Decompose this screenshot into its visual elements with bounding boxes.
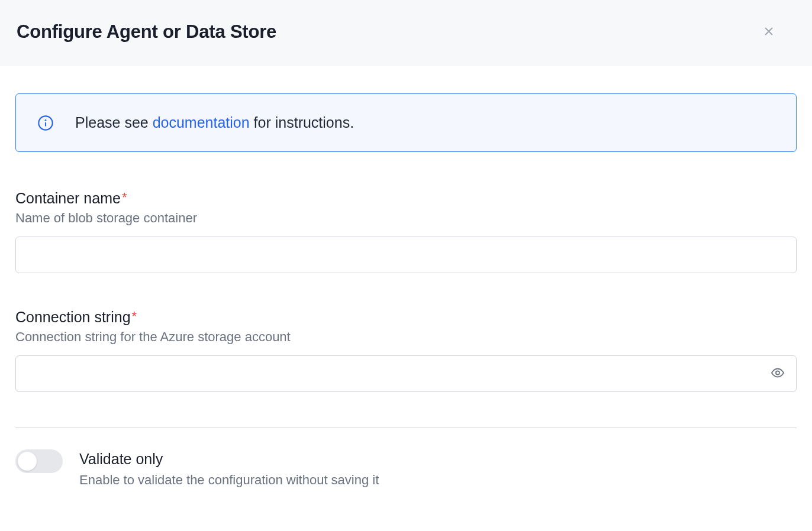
toggle-knob — [18, 452, 37, 471]
info-prefix: Please see — [75, 114, 153, 131]
container-name-help: Name of blob storage container — [15, 211, 797, 226]
close-button[interactable] — [760, 22, 778, 42]
container-name-label: Container name* — [15, 190, 797, 207]
svg-point-1 — [45, 119, 47, 121]
validate-only-help: Enable to validate the configuration wit… — [79, 472, 379, 488]
svg-rect-2 — [45, 122, 46, 126]
section-divider — [15, 428, 797, 428]
required-indicator: * — [122, 190, 127, 205]
info-banner: Please see documentation for instruction… — [15, 93, 797, 152]
container-name-input-wrap — [15, 237, 797, 273]
required-indicator: * — [132, 309, 137, 323]
connection-string-group: Connection string* Connection string for… — [15, 309, 797, 392]
container-name-group: Container name* Name of blob storage con… — [15, 190, 797, 273]
dialog-header: Configure Agent or Data Store — [0, 0, 812, 66]
toggle-visibility-button[interactable] — [768, 364, 787, 384]
connection-string-label-text: Connection string — [15, 309, 131, 325]
validate-only-label: Validate only — [79, 451, 379, 468]
connection-string-input[interactable] — [15, 355, 797, 392]
eye-icon — [771, 366, 785, 382]
container-name-label-text: Container name — [15, 190, 121, 206]
validate-only-row: Validate only Enable to validate the con… — [15, 449, 797, 488]
connection-string-help: Connection string for the Azure storage … — [15, 329, 797, 345]
connection-string-label: Connection string* — [15, 309, 797, 326]
connection-string-input-wrap — [15, 355, 797, 392]
validate-only-text: Validate only Enable to validate the con… — [79, 449, 379, 488]
info-icon — [37, 115, 54, 131]
close-icon — [762, 25, 775, 40]
info-text: Please see documentation for instruction… — [75, 114, 354, 131]
dialog-content: Please see documentation for instruction… — [0, 66, 812, 488]
container-name-input[interactable] — [15, 237, 797, 273]
documentation-link[interactable]: documentation — [153, 114, 250, 131]
dialog-title: Configure Agent or Data Store — [17, 21, 276, 43]
svg-point-3 — [776, 371, 779, 375]
validate-only-toggle[interactable] — [15, 449, 63, 473]
info-suffix: for instructions. — [250, 114, 354, 131]
